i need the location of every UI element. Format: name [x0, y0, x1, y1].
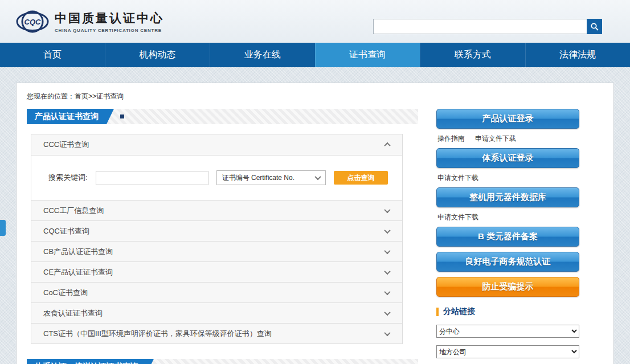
- branch-links-title: 分站链接: [436, 306, 579, 317]
- content-card: 您现在的位置：首页>>证书查询 产品认证证书查询 CCC证书查询 搜索关键词:: [16, 83, 614, 364]
- nav-item-home[interactable]: 首页: [0, 43, 105, 67]
- chevron-down-icon: [384, 329, 390, 336]
- chevron-down-icon: [384, 288, 390, 295]
- search-icon: [590, 22, 599, 31]
- section-title-product: 产品认证证书查询: [27, 109, 107, 124]
- nav-item-business[interactable]: 业务在线: [210, 43, 315, 67]
- content-columns: 产品认证证书查询 CCC证书查询 搜索关键词: 证书编号 Certifi: [17, 109, 613, 364]
- logo-title-cn: 中国质量认证中心: [55, 10, 164, 26]
- link-row-3: 申请文件下载: [437, 212, 578, 222]
- branch-select-local-company[interactable]: 地方公司: [436, 345, 579, 358]
- section-title-system: 体系认证、培训认证证书查询: [27, 359, 146, 364]
- accordion-cts-cert[interactable]: CTS证书（中国III型环境声明评价证书，家具环保等级评价证书）查询: [31, 323, 402, 343]
- accordion-label: CCC工厂信息查询: [43, 206, 104, 216]
- chevron-down-icon: [384, 268, 390, 274]
- certificate-accordion: CCC证书查询 搜索关键词: 证书编号 Certificate No. 点击查询: [31, 134, 403, 344]
- link-row-1: 操作指南 申请文件下载: [437, 134, 578, 144]
- breadcrumb-prefix: 您现在的位置：: [27, 92, 75, 100]
- nav-item-legal[interactable]: 法律法规: [525, 43, 630, 67]
- ccc-search-panel: 搜索关键词: 证书编号 Certificate No. 点击查询: [31, 155, 402, 200]
- chevron-down-icon: [384, 309, 390, 315]
- accordion-label: CoC证书查询: [43, 288, 88, 298]
- branch-select-center[interactable]: 分中心: [436, 325, 579, 338]
- accordion-coc-cert[interactable]: CoC证书查询: [31, 282, 402, 302]
- right-sidebar: 产品认证登录 操作指南 申请文件下载 体系认证登录 申请文件下载 整机用元器件数…: [436, 109, 579, 364]
- component-db-button[interactable]: 整机用元器件数据库: [436, 187, 579, 207]
- floating-widget[interactable]: [0, 220, 6, 236]
- product-login-button[interactable]: 产品认证登录: [436, 109, 579, 129]
- header: CQC 中国质量认证中心 CHINA QUALITY CERTIFICATION…: [0, 0, 630, 43]
- certificate-type-value: 证书编号 Certificate No.: [222, 173, 294, 183]
- accordion-label: CQC证书查询: [43, 226, 89, 236]
- keyword-label: 搜索关键词:: [48, 173, 88, 183]
- cqc-logo-icon: CQC: [16, 6, 49, 37]
- ecommerce-cert-button[interactable]: 良好电子商务规范认证: [436, 252, 579, 272]
- accordion-ccc-cert[interactable]: CCC证书查询: [31, 134, 402, 155]
- keyword-input[interactable]: [96, 171, 208, 185]
- breadcrumb-path[interactable]: 首页>>证书查询: [75, 92, 124, 100]
- download-link-3[interactable]: 申请文件下载: [437, 212, 478, 222]
- logo-text: 中国质量认证中心 CHINA QUALITY CERTIFICATION CEN…: [55, 10, 164, 33]
- nav-item-news[interactable]: 机构动态: [105, 43, 210, 67]
- search-button[interactable]: [587, 19, 602, 34]
- banner-dot-icon: [120, 114, 124, 118]
- accordion-cqc-cert[interactable]: CQC证书查询: [31, 220, 402, 241]
- chevron-up-icon: [384, 142, 390, 149]
- download-link-1[interactable]: 申请文件下载: [475, 134, 516, 144]
- accordion-label: CE产品认证证书查询: [43, 267, 113, 277]
- ccc-search-form: 搜索关键词: 证书编号 Certificate No. 点击查询: [31, 170, 402, 185]
- logo[interactable]: CQC 中国质量认证中心 CHINA QUALITY CERTIFICATION…: [16, 6, 164, 37]
- left-column: 产品认证证书查询 CCC证书查询 搜索关键词: 证书编号 Certifi: [27, 109, 418, 364]
- nav-item-certificate-query[interactable]: 证书查询: [315, 43, 420, 67]
- chevron-down-icon: [384, 247, 390, 253]
- accordion-label: 农食认证证书查询: [43, 308, 103, 318]
- main-nav: 首页 机构动态 业务在线 证书查询 联系方式 法律法规: [0, 43, 630, 67]
- orange-bar-icon: [436, 308, 439, 316]
- accordion-label: CTS证书（中国III型环境声明评价证书，家具环保等级评价证书）查询: [43, 329, 272, 339]
- breadcrumb: 您现在的位置：首页>>证书查询: [17, 83, 613, 109]
- system-login-button[interactable]: 体系认证登录: [436, 148, 579, 168]
- chevron-down-icon: [384, 227, 390, 233]
- certificate-type-select[interactable]: 证书编号 Certificate No.: [216, 170, 326, 185]
- svg-text:CQC: CQC: [24, 18, 42, 26]
- accordion-cb-cert[interactable]: CB产品认证证书查询: [31, 241, 402, 261]
- accordion-item-ccc: CCC证书查询 搜索关键词: 证书编号 Certificate No. 点击查询: [31, 134, 402, 200]
- branch-links-label: 分站链接: [443, 306, 475, 317]
- class-b-filing-button[interactable]: B 类元器件备案: [436, 227, 579, 247]
- accordion-label: CCC证书查询: [43, 140, 89, 150]
- download-link-2[interactable]: 申请文件下载: [437, 173, 478, 183]
- logo-title-en: CHINA QUALITY CERTIFICATION CENTRE: [55, 28, 164, 33]
- accordion-label: CB产品认证证书查询: [43, 247, 113, 257]
- search-input[interactable]: [373, 19, 587, 34]
- guide-link[interactable]: 操作指南: [437, 134, 465, 144]
- fraud-warning-button[interactable]: 防止受骗提示: [436, 277, 579, 297]
- section-banner-product: 产品认证证书查询: [27, 109, 418, 124]
- accordion-ccc-factory[interactable]: CCC工厂信息查询: [31, 200, 402, 220]
- chevron-down-icon: [314, 174, 321, 180]
- accordion-ce-cert[interactable]: CE产品认证证书查询: [31, 261, 402, 282]
- header-search: [373, 19, 602, 34]
- accordion-agrifood-cert[interactable]: 农食认证证书查询: [31, 302, 402, 323]
- link-row-2: 申请文件下载: [437, 173, 578, 183]
- query-button[interactable]: 点击查询: [334, 171, 388, 185]
- section-banner-system: 体系认证、培训认证证书查询: [27, 359, 418, 364]
- nav-item-contact[interactable]: 联系方式: [420, 43, 525, 67]
- chevron-down-icon: [384, 206, 390, 212]
